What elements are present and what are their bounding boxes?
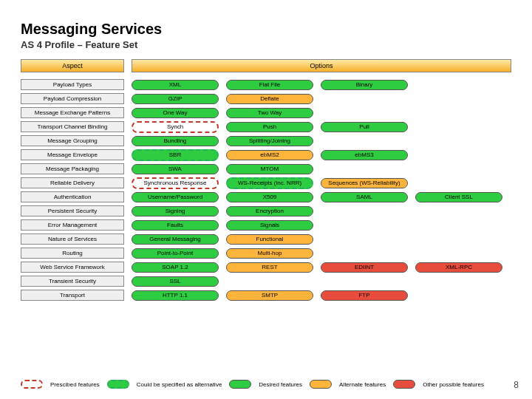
legend-label: Could be specified as alternative [137,381,222,388]
option-pill: SBR [132,149,219,161]
legend-swatch [107,380,129,389]
option-pill: ebMS2 [226,150,313,160]
header-options: Options [132,59,511,72]
option-pill: SOAP 1.2 [132,262,219,273]
option-pill: Synchronous Response [132,177,219,189]
option-group: SSL [132,276,511,287]
option-group: XMLFlat FileBinary [132,80,511,90]
option-group: General MessagingFunctional [132,234,511,245]
feature-row: Payload CompressionGZIPDeflate [21,92,511,105]
feature-row: Nature of ServicesGeneral MessagingFunct… [21,233,511,245]
option-pill: Multi-hop [226,248,313,259]
option-pill: Functional [226,234,313,245]
option-pill: Point-to-Point [132,248,219,259]
feature-row: Web Service FrameworkSOAP 1.2RESTEDIINTX… [21,261,511,273]
option-group: SigningEncryption [132,206,511,216]
option-pill: GZIP [132,94,219,104]
page-number: 8 [514,380,519,390]
aspect-label: Message Grouping [21,135,124,146]
option-group: Point-to-PointMulti-hop [132,248,511,259]
option-pill: Username/Password [132,192,219,202]
option-pill: Pull [321,122,408,132]
option-group: SynchPushPull [132,121,511,133]
option-pill: WS-Receipts (inc. NRR) [226,177,313,189]
option-group: One WayTwo Way [132,108,511,118]
aspect-label: Web Service Framework [21,262,124,273]
feature-row: Message GroupingBundlingSplitting/Joinin… [21,134,511,147]
option-pill: EDIINT [321,262,408,273]
feature-row: Message Exchange PatternsOne WayTwo Way [21,106,511,119]
option-group: BundlingSplitting/Joining [132,136,511,146]
option-group: HTTP 1.1SMTPFTP [132,290,511,301]
option-pill: SSL [132,276,219,287]
aspect-label: Message Packaging [21,163,124,174]
option-pill: HTTP 1.1 [132,290,219,301]
legend-swatch [21,380,43,389]
option-group: SOAP 1.2RESTEDIINTXML-RPC [132,262,511,273]
option-pill: REST [226,262,313,273]
option-pill: ebMS3 [321,150,408,160]
option-pill: Faults [132,220,219,231]
aspect-label: Message Envelope [21,149,124,160]
aspect-label: Transport [21,290,124,301]
option-pill: Splitting/Joining [226,136,313,146]
aspect-label: Authentication [21,191,124,202]
page-title: Messaging Services [21,21,511,38]
option-group: GZIPDeflate [132,94,511,104]
option-pill: XML-RPC [415,262,502,273]
feature-row: Transport Channel BindingSynchPushPull [21,120,511,133]
option-pill: Flat File [226,80,313,90]
aspect-label: Reliable Delivery [21,177,124,188]
feature-row: Transient SecuritySSL [21,275,511,287]
option-pill: MTOM [226,164,313,174]
legend-label: Prescibed features [50,381,100,388]
table-headers: Aspect Options [21,59,511,72]
option-pill: Push [226,122,313,132]
option-pill: Encryption [226,206,313,216]
legend-label: Other possible features [423,381,484,388]
option-pill: Signals [226,220,313,231]
aspect-label: Transport Channel Binding [21,121,124,132]
option-pill: X509 [226,192,313,202]
option-group: SBRebMS2ebMS3 [132,149,511,161]
option-pill: One Way [132,108,219,118]
option-pill: General Messaging [132,234,219,245]
legend: Prescibed featuresCould be specified as … [21,380,511,389]
aspect-label: Error Management [21,219,124,231]
feature-row: Persistent SecuritySigningEncryption [21,205,511,217]
aspect-label: Persistent Security [21,205,124,216]
option-group: Synchronous ResponseWS-Receipts (inc. NR… [132,177,511,189]
feature-row: RoutingPoint-to-PointMulti-hop [21,247,511,259]
option-group: Username/PasswordX509SAMLClient SSL [132,192,511,202]
aspect-label: Nature of Services [21,233,124,245]
aspect-label: Transient Security [21,276,124,287]
feature-row: Message PackagingSWAMTOM [21,163,511,175]
option-pill: Sequences (WS-Reliability) [321,178,408,188]
header-aspect: Aspect [21,59,124,72]
aspect-label: Payload Compression [21,93,124,104]
aspect-label: Payload Types [21,79,124,90]
feature-row: Payload TypesXMLFlat FileBinary [21,78,511,91]
option-pill: Signing [132,206,219,216]
legend-label: Alternate features [339,381,386,388]
legend-label: Desired features [259,381,302,388]
option-pill: Client SSL [415,192,502,202]
option-group: FaultsSignals [132,220,511,231]
legend-swatch [393,380,415,389]
option-pill: Deflate [226,94,313,104]
feature-row: AuthenticationUsername/PasswordX509SAMLC… [21,191,511,203]
option-pill: FTP [321,290,408,301]
option-pill: Binary [321,80,408,90]
feature-row: TransportHTTP 1.1SMTPFTP [21,289,511,301]
legend-swatch [310,380,332,389]
option-pill: Bundling [132,136,219,146]
aspect-label: Message Exchange Patterns [21,107,124,118]
option-pill: SAML [321,192,408,202]
aspect-label: Routing [21,248,124,259]
feature-rows: Payload TypesXMLFlat FileBinaryPayload C… [21,78,511,301]
page-subtitle: AS 4 Profile – Feature Set [21,39,511,50]
option-pill: XML [132,80,219,90]
feature-row: Error ManagementFaultsSignals [21,219,511,231]
option-pill: Synch [132,121,219,133]
option-pill: SMTP [226,290,313,301]
